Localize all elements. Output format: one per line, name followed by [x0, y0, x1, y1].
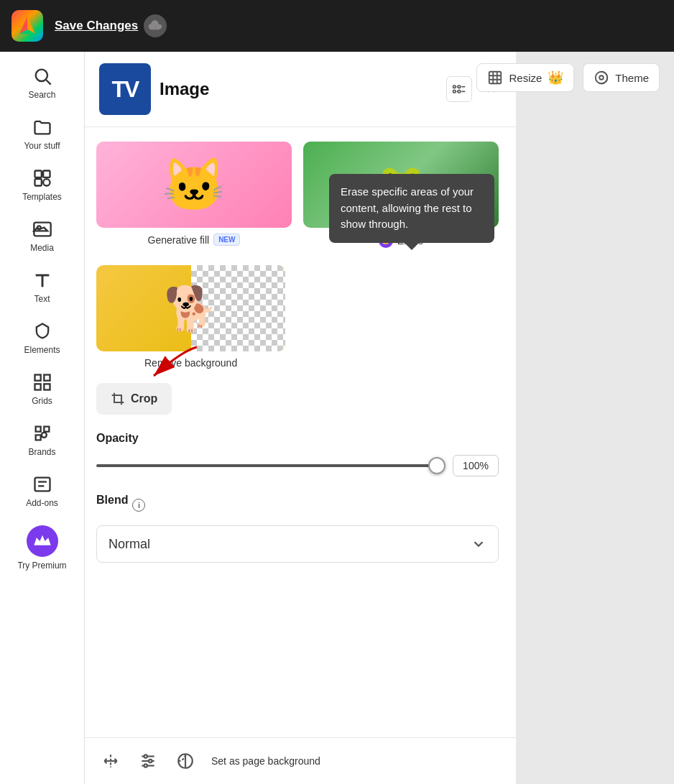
- svg-point-34: [144, 764, 147, 767]
- svg-rect-5: [43, 171, 50, 177]
- app-logo: [11, 10, 43, 42]
- panel-settings-icon[interactable]: [446, 76, 472, 102]
- sidebar-item-label: Elements: [24, 345, 60, 355]
- svg-rect-6: [34, 179, 41, 185]
- tool-grid: 🐱 Generative fill NEW 🐸 💊 👑 Er: [96, 142, 499, 248]
- flip-icon[interactable]: [99, 750, 122, 773]
- opacity-value[interactable]: 100%: [453, 455, 499, 476]
- blend-value: Normal: [109, 537, 150, 552]
- crop-section: Crop: [96, 383, 499, 415]
- sidebar-item-media[interactable]: Media: [0, 212, 84, 260]
- svg-point-2: [35, 70, 47, 81]
- sidebar-item-grids[interactable]: Grids: [0, 365, 84, 413]
- svg-text:!: !: [154, 24, 157, 30]
- erase-preview: 🐸 💊: [303, 142, 499, 228]
- erase-label: 👑 Erase: [379, 234, 424, 248]
- svg-rect-16: [34, 478, 50, 492]
- sidebar-item-templates[interactable]: Templates: [0, 161, 84, 209]
- image-panel: TV Image: [85, 52, 516, 784]
- resize-label: Resize: [509, 72, 542, 84]
- sidebar-item-label: Templates: [22, 192, 62, 202]
- generative-fill-label: Generative fill NEW: [148, 234, 241, 246]
- chevron-down-icon: [471, 536, 486, 552]
- sidebar-item-search[interactable]: Search: [0, 59, 84, 107]
- panel-title-area: Image: [160, 79, 438, 99]
- svg-rect-20: [458, 86, 460, 88]
- resize-button[interactable]: Resize 👑: [476, 63, 574, 92]
- generative-fill-card[interactable]: 🐱 Generative fill NEW: [96, 142, 292, 248]
- crop-icon: [111, 392, 125, 406]
- folder-icon: [32, 117, 52, 137]
- blend-section: Blend i Normal: [96, 494, 499, 563]
- sidebar-item-label: Grids: [32, 396, 52, 406]
- svg-point-33: [149, 760, 152, 762]
- generative-fill-preview: 🐱: [96, 142, 292, 228]
- sidebar-item-your-stuff[interactable]: Your stuff: [0, 110, 84, 158]
- opacity-slider[interactable]: [96, 464, 444, 467]
- svg-rect-12: [34, 375, 40, 381]
- cloud-save-icon: !: [144, 14, 167, 37]
- blend-label: Blend: [96, 494, 128, 507]
- sidebar-item-label: Search: [28, 90, 55, 100]
- sidebar-item-label: Try Premium: [17, 561, 66, 571]
- opacity-slider-thumb[interactable]: [428, 457, 446, 474]
- blend-info-icon[interactable]: i: [132, 499, 145, 512]
- sidebar: Search Your stuff Templates Media: [0, 52, 85, 784]
- text-icon: [32, 270, 52, 290]
- svg-rect-22: [458, 91, 460, 93]
- new-badge: NEW: [213, 234, 240, 246]
- opacity-label: Opacity: [96, 432, 499, 445]
- adjust-icon[interactable]: [137, 750, 160, 773]
- sidebar-item-label: Media: [30, 243, 54, 253]
- set-page-background-button[interactable]: Set as page background: [211, 755, 320, 767]
- svg-rect-14: [34, 384, 40, 389]
- sidebar-item-text[interactable]: Text: [0, 263, 84, 311]
- sidebar-item-addons[interactable]: Add-ons: [0, 467, 84, 515]
- grids-icon: [32, 372, 52, 392]
- svg-point-32: [144, 755, 147, 757]
- canvas-area: Resize 👑 Theme: [516, 52, 674, 784]
- theme-icon: [594, 70, 609, 86]
- templates-icon: [32, 168, 52, 188]
- svg-rect-19: [453, 86, 456, 88]
- erase-premium-badge: 👑: [379, 234, 393, 248]
- svg-rect-13: [44, 375, 50, 381]
- blend-label-row: Blend i: [96, 494, 499, 517]
- image-thumbnail: TV: [99, 63, 151, 115]
- save-changes-button[interactable]: Save Changes !: [55, 14, 167, 37]
- panel-title: Image: [160, 79, 209, 98]
- sidebar-item-try-premium[interactable]: Try Premium: [0, 518, 84, 578]
- theme-label: Theme: [615, 72, 649, 84]
- theme-button[interactable]: Theme: [583, 63, 660, 92]
- svg-point-39: [600, 75, 604, 80]
- panel-icons: [446, 76, 472, 102]
- topbar: Save Changes !: [0, 0, 674, 52]
- panel-content[interactable]: 🐱 Generative fill NEW 🐸 💊 👑 Er: [85, 127, 516, 737]
- sidebar-item-label: Text: [34, 294, 50, 304]
- sidebar-item-brands[interactable]: Brands: [0, 416, 84, 464]
- erase-card[interactable]: 🐸 💊 👑 Erase: [303, 142, 499, 248]
- resize-premium-crown: 👑: [548, 70, 563, 86]
- sidebar-item-label: Add-ons: [26, 498, 58, 508]
- brands-icon: [32, 423, 52, 443]
- resize-icon: [487, 70, 503, 86]
- sidebar-item-elements[interactable]: Elements: [0, 314, 84, 362]
- remove-background-preview: 🐕: [96, 265, 285, 351]
- blend-select[interactable]: Normal: [96, 525, 499, 563]
- remove-background-card[interactable]: 🐕 Remove background: [96, 265, 285, 369]
- svg-rect-21: [453, 91, 456, 93]
- filter-icon[interactable]: [174, 750, 197, 773]
- main-layout: Search Your stuff Templates Media: [0, 52, 674, 784]
- media-icon: [32, 219, 52, 239]
- panel-header: TV Image: [85, 52, 516, 127]
- svg-rect-37: [489, 72, 502, 84]
- premium-icon-wrap: [27, 525, 58, 557]
- crop-button[interactable]: Crop: [96, 383, 172, 415]
- opacity-section: Opacity 100%: [96, 432, 499, 476]
- svg-rect-15: [44, 384, 50, 389]
- svg-line-3: [46, 80, 50, 84]
- remove-background-section: 🐕 Remove background: [96, 265, 499, 369]
- svg-rect-4: [34, 171, 41, 177]
- remove-background-label: Remove background: [144, 357, 237, 369]
- search-icon: [32, 66, 52, 86]
